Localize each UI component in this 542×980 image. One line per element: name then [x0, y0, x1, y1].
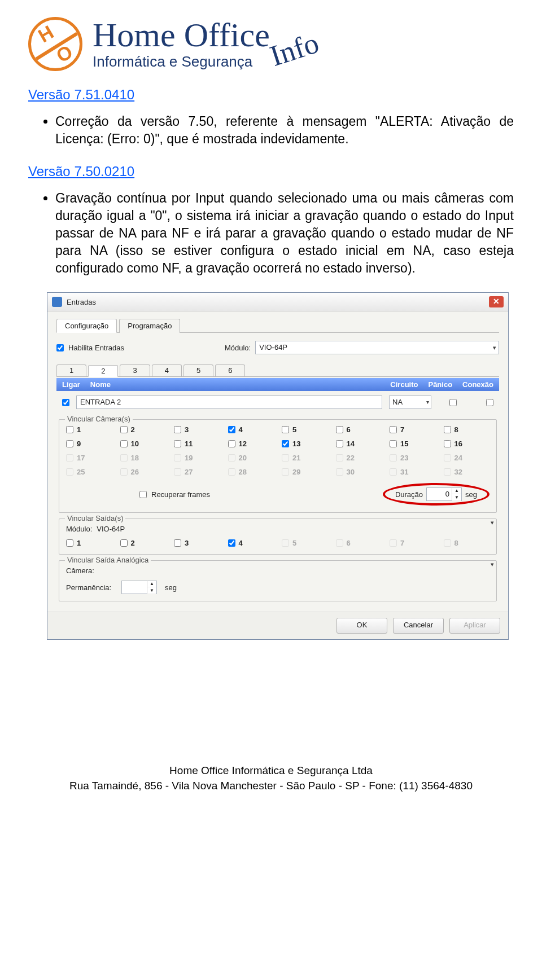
panico-checkbox[interactable] [449, 399, 457, 406]
camera-18-input [120, 454, 128, 462]
habilita-input[interactable] [56, 344, 64, 351]
num-tab-2[interactable]: 2 [88, 365, 118, 377]
camera-18-checkbox: 18 [120, 454, 167, 462]
camera-13-checkbox[interactable]: 13 [282, 440, 328, 448]
analog-cam-label: Câmera: [66, 566, 117, 575]
camera-1-input[interactable] [66, 426, 73, 433]
camera-9-checkbox[interactable]: 9 [66, 440, 112, 448]
output-3-input[interactable] [174, 539, 181, 547]
nome-field[interactable]: ENTRADA 2 [76, 395, 382, 409]
col-circuito: Circuito [390, 380, 418, 389]
camera-14-input[interactable] [336, 440, 343, 447]
camera-24-input [444, 454, 451, 462]
camera-14-checkbox[interactable]: 14 [336, 440, 382, 448]
output-3-checkbox[interactable]: 3 [174, 539, 220, 547]
camera-25-label: 25 [77, 468, 85, 476]
camera-4-checkbox[interactable]: 4 [228, 425, 274, 434]
camera-20-input [228, 454, 235, 462]
circuito-combo[interactable]: NA [389, 395, 431, 409]
perm-spin[interactable]: ▲▼ [121, 581, 157, 594]
output-1-label: 1 [77, 539, 81, 547]
camera-25-input [66, 468, 73, 476]
camera-6-checkbox[interactable]: 6 [336, 425, 382, 434]
cancel-button[interactable]: Cancelar [393, 618, 444, 634]
camera-16-input[interactable] [444, 440, 451, 447]
camera-12-checkbox[interactable]: 12 [228, 440, 274, 448]
bullet-1: Correção da versão 7.50, referente à men… [55, 113, 514, 148]
num-tab-6[interactable]: 6 [215, 364, 245, 376]
camera-10-input[interactable] [120, 440, 128, 447]
camera-19-input [174, 454, 181, 462]
conexao-checkbox[interactable] [486, 399, 493, 406]
bullet-2: Gravação contínua por Input quando selec… [55, 190, 514, 277]
entradas-dialog: Entradas ✕ Configuração Programação Habi… [47, 293, 508, 639]
camera-12-input[interactable] [228, 440, 235, 447]
outs-modulo-combo[interactable]: VIO-64P [97, 525, 489, 533]
camera-5-checkbox[interactable]: 5 [282, 425, 328, 434]
version-link-2[interactable]: Versão 7.50.0210 [28, 164, 134, 179]
dur-spin[interactable]: 0 ▲▼ [426, 487, 462, 501]
camera-31-input [390, 468, 397, 476]
version-link-1[interactable]: Versão 7.51.0410 [28, 87, 134, 103]
camera-11-checkbox[interactable]: 11 [174, 440, 220, 448]
num-tab-3[interactable]: 3 [120, 364, 150, 376]
num-tab-5[interactable]: 5 [183, 364, 213, 376]
num-tab-4[interactable]: 4 [152, 364, 182, 376]
camera-7-input[interactable] [390, 426, 397, 433]
camera-11-input[interactable] [174, 440, 181, 447]
camera-2-checkbox[interactable]: 2 [120, 425, 167, 434]
tab-programacao[interactable]: Programação [119, 319, 180, 333]
output-1-checkbox[interactable]: 1 [66, 539, 112, 547]
output-6-checkbox: 6 [336, 539, 382, 547]
camera-22-label: 22 [347, 454, 355, 462]
camera-20-checkbox: 20 [228, 454, 274, 462]
habilita-entradas-checkbox[interactable]: Habilita Entradas [56, 344, 124, 352]
camera-3-input[interactable] [174, 426, 181, 433]
recup-input[interactable] [139, 491, 147, 498]
logo-line2: Informática e Segurança [93, 53, 270, 71]
camera-5-input[interactable] [282, 426, 289, 433]
tab-configuracao[interactable]: Configuração [56, 319, 117, 333]
dur-value[interactable]: 0 [427, 488, 452, 500]
camera-15-input[interactable] [390, 440, 397, 447]
spin-arrows-icon[interactable]: ▲▼ [452, 487, 461, 501]
camera-2-input[interactable] [120, 426, 128, 433]
camera-1-checkbox[interactable]: 1 [66, 425, 112, 434]
ok-button[interactable]: OK [336, 618, 387, 634]
ligar-checkbox[interactable] [62, 399, 69, 406]
camera-10-checkbox[interactable]: 10 [120, 440, 167, 448]
camera-30-checkbox: 30 [336, 468, 382, 476]
camera-11-label: 11 [185, 440, 193, 448]
camera-8-checkbox[interactable]: 8 [444, 425, 490, 434]
output-1-input[interactable] [66, 539, 73, 547]
output-4-input[interactable] [228, 539, 235, 547]
camera-9-input[interactable] [66, 440, 73, 447]
camera-4-label: 4 [239, 425, 243, 434]
camera-6-input[interactable] [336, 426, 343, 433]
camera-8-label: 8 [454, 425, 458, 434]
camera-7-checkbox[interactable]: 7 [390, 425, 436, 434]
group-outs-label: Vincular Saída(s) [65, 514, 125, 522]
output-2-input[interactable] [120, 539, 128, 547]
apply-button[interactable]: Aplicar [449, 618, 500, 634]
camera-16-checkbox[interactable]: 16 [444, 440, 490, 448]
camera-3-checkbox[interactable]: 3 [174, 425, 220, 434]
recuperar-frames-checkbox[interactable]: Recuperar frames [139, 490, 210, 499]
camera-15-checkbox[interactable]: 15 [390, 440, 436, 448]
camera-24-label: 24 [454, 454, 462, 462]
output-6-label: 6 [347, 539, 351, 547]
recup-label: Recuperar frames [151, 490, 210, 499]
output-2-checkbox[interactable]: 2 [120, 539, 167, 547]
camera-13-input[interactable] [282, 440, 289, 447]
camera-13-label: 13 [292, 440, 300, 448]
output-4-label: 4 [239, 539, 243, 547]
camera-4-input[interactable] [228, 426, 235, 433]
spin-arrows-icon[interactable]: ▲▼ [147, 581, 156, 594]
output-8-input [444, 539, 451, 547]
modulo-combo[interactable]: VIO-64P [255, 341, 499, 354]
camera-8-input[interactable] [444, 426, 451, 433]
output-4-checkbox[interactable]: 4 [228, 539, 274, 547]
close-icon[interactable]: ✕ [489, 296, 504, 307]
num-tab-1[interactable]: 1 [56, 364, 86, 376]
camera-6-label: 6 [347, 425, 351, 434]
